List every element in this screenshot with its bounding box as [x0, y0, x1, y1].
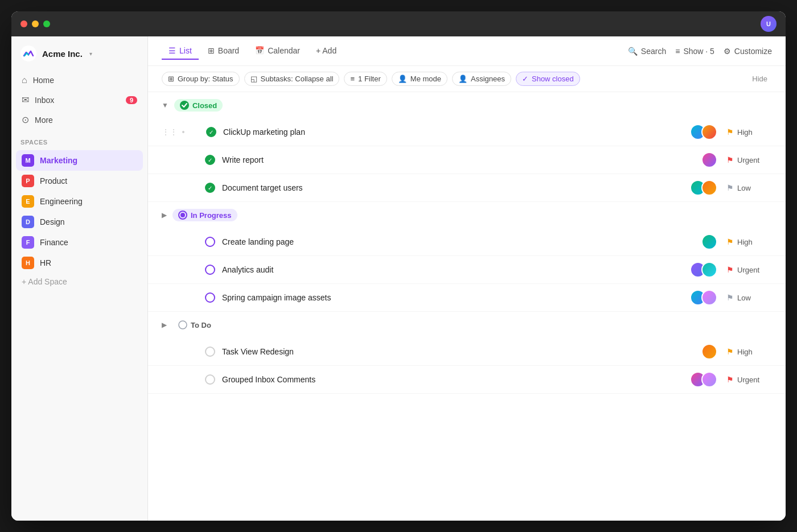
titlebar: U: [11, 11, 786, 36]
task-avatar: [701, 234, 717, 250]
priority-label: High: [737, 128, 753, 137]
filter-chip-assignees[interactable]: 👤 Assignees: [452, 72, 511, 86]
task-row[interactable]: ✓ Write report ⚑ Urgent: [148, 146, 786, 174]
topbar: ☰ List ⊞ Board 📅 Calendar + Add: [148, 36, 786, 66]
sidebar-nav-label-more: More: [35, 116, 53, 125]
task-select-checkbox[interactable]: [182, 131, 184, 133]
sidebar-item-home[interactable]: ⌂ Home: [16, 71, 143, 90]
hr-label: HR: [40, 258, 51, 267]
filter-chip-subtasks[interactable]: ◱ Subtasks: Collapse all: [244, 72, 340, 86]
show-icon: ≡: [675, 47, 680, 56]
task-status-closed[interactable]: ✓: [206, 127, 216, 137]
clickup-icon: [20, 46, 36, 61]
task-avatars: [701, 152, 717, 168]
sidebar-item-engineering[interactable]: E Engineering: [16, 191, 143, 212]
sidebar-item-product[interactable]: P Product: [16, 171, 143, 191]
tab-list[interactable]: ☰ List: [162, 43, 199, 60]
task-status-in-progress[interactable]: [205, 265, 215, 275]
flag-icon: ⚑: [726, 155, 734, 164]
sidebar-nav: ⌂ Home ✉ Inbox 9 ⊙ More: [11, 71, 147, 130]
filter-chip-me-mode[interactable]: 👤 Me mode: [392, 72, 447, 86]
spaces-section-label: Spaces: [11, 130, 147, 150]
todo-icon: [178, 320, 187, 329]
sidebar-item-finance[interactable]: F Finance: [16, 232, 143, 253]
task-status-in-progress[interactable]: [205, 237, 215, 247]
user-avatar[interactable]: U: [761, 16, 777, 32]
task-status-todo[interactable]: [205, 347, 215, 357]
tab-board[interactable]: ⊞ Board: [201, 43, 246, 60]
filter-icon: ≡: [350, 75, 355, 83]
sidebar-item-design[interactable]: D Design: [16, 212, 143, 232]
search-action[interactable]: 🔍 Search: [628, 47, 666, 56]
priority-label: High: [737, 238, 753, 246]
group-header-closed[interactable]: ▼ Closed: [148, 92, 786, 118]
task-status-todo[interactable]: [205, 374, 215, 385]
tab-calendar[interactable]: 📅 Calendar: [248, 43, 307, 60]
show-closed-label: Show closed: [532, 75, 574, 83]
show-closed-icon: ✓: [522, 75, 528, 83]
task-row[interactable]: ⋮⋮ ✓ ClickUp marketing plan ⚑ High: [148, 118, 786, 146]
tab-add[interactable]: + Add: [309, 43, 343, 60]
group-by-label: Group by: Status: [178, 75, 233, 83]
task-avatar: [701, 124, 717, 140]
todo-group-label: To Do: [191, 321, 211, 329]
board-tab-icon: ⊞: [208, 46, 215, 55]
closed-group-badge: Closed: [174, 99, 223, 112]
filter-chip-group-by[interactable]: ⊞ Group by: Status: [162, 72, 240, 86]
app-window: U Acme Inc. ▾ ⌂ Home ✉ I: [11, 11, 786, 521]
customize-action[interactable]: ⚙ Customize: [724, 47, 772, 56]
group-header-in-progress[interactable]: ▶ In Progress: [148, 202, 786, 228]
group-header-todo[interactable]: ▶ To Do: [148, 312, 786, 338]
search-icon: 🔍: [628, 47, 638, 56]
filter-chip-show-closed[interactable]: ✓ Show closed: [516, 72, 580, 86]
sidebar-item-inbox[interactable]: ✉ Inbox 9: [16, 90, 143, 110]
add-space-label: + Add Space: [22, 277, 67, 286]
minimize-button[interactable]: [32, 20, 39, 27]
task-row[interactable]: Grouped Inbox Comments ⚑ Urgent: [148, 366, 786, 394]
sidebar-item-marketing[interactable]: M Marketing: [16, 150, 143, 171]
workspace-chevron-icon: ▾: [89, 51, 92, 57]
main-content: ☰ List ⊞ Board 📅 Calendar + Add: [148, 36, 786, 521]
task-row[interactable]: Create landing page ⚑ High: [148, 228, 786, 256]
task-status-closed[interactable]: ✓: [205, 155, 215, 165]
hide-button[interactable]: Hide: [747, 72, 772, 85]
calendar-tab-icon: 📅: [255, 46, 264, 55]
task-list: ▼ Closed ⋮⋮ ✓: [148, 92, 786, 521]
closed-group-label: Closed: [192, 101, 217, 110]
customize-icon: ⚙: [724, 47, 731, 56]
workspace-name: Acme Inc.: [42, 49, 83, 59]
close-button[interactable]: [20, 20, 27, 27]
search-label: Search: [641, 47, 666, 56]
maximize-button[interactable]: [43, 20, 50, 27]
task-name: Write report: [222, 155, 701, 164]
task-row[interactable]: ✓ Document target users ⚑ Low: [148, 174, 786, 202]
marketing-avatar: M: [22, 154, 34, 167]
priority-flag: ⚑ Urgent: [726, 155, 772, 164]
closed-chevron-icon: ▼: [162, 101, 169, 109]
add-space-button[interactable]: + Add Space: [11, 273, 147, 290]
group-by-icon: ⊞: [168, 75, 174, 83]
priority-label: Urgent: [737, 376, 759, 384]
task-status-in-progress[interactable]: [205, 292, 215, 303]
sidebar-item-hr[interactable]: H HR: [16, 253, 143, 273]
task-row[interactable]: Spring campaign image assets ⚑ Low: [148, 284, 786, 312]
filter-chip-filter[interactable]: ≡ 1 Filter: [344, 72, 387, 86]
in-progress-icon: [178, 211, 187, 220]
priority-label: Urgent: [737, 156, 759, 164]
task-status-closed[interactable]: ✓: [205, 183, 215, 193]
priority-flag: ⚑ Urgent: [726, 265, 772, 274]
priority-flag: ⚑ High: [726, 347, 772, 356]
product-label: Product: [40, 176, 67, 185]
task-avatar: [701, 262, 717, 278]
engineering-avatar: E: [22, 195, 34, 208]
workspace-logo[interactable]: Acme Inc. ▾: [11, 46, 147, 71]
task-avatars: [690, 124, 717, 140]
task-row[interactable]: Analytics audit ⚑ Urgent: [148, 256, 786, 284]
task-avatars: [690, 290, 717, 306]
task-name: Create landing page: [222, 237, 701, 246]
task-row[interactable]: Task View Redesign ⚑ High: [148, 338, 786, 366]
customize-label: Customize: [734, 47, 772, 56]
sidebar-item-more[interactable]: ⊙ More: [16, 110, 143, 130]
task-avatar: [701, 344, 717, 360]
show-action[interactable]: ≡ Show · 5: [675, 47, 714, 56]
